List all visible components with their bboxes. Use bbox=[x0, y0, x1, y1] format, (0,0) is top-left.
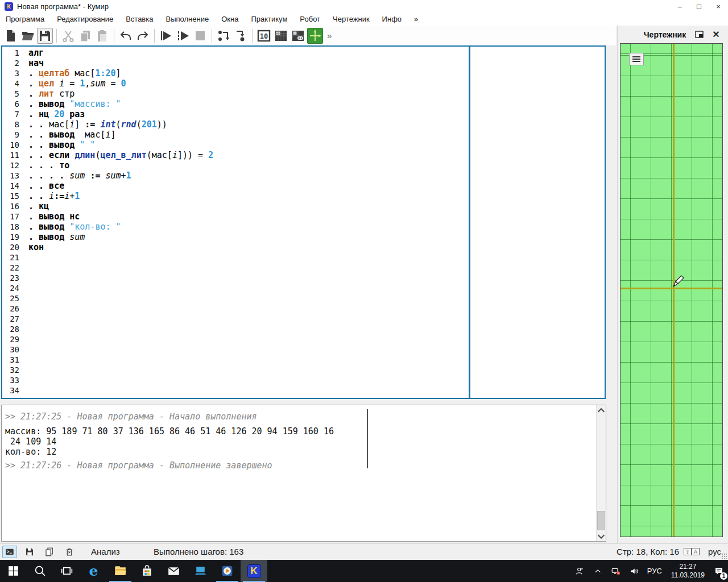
code-editor[interactable]: 1алг2нач3. целтаб мас[1:20]4. цел i = 1,… bbox=[1, 45, 606, 399]
laptop-icon[interactable] bbox=[187, 560, 214, 582]
toolbar-stop-button[interactable] bbox=[192, 28, 208, 44]
console-toggle-button[interactable] bbox=[2, 546, 17, 558]
toolbar-overflow-icon[interactable]: » bbox=[327, 31, 332, 40]
code-line: 25 bbox=[2, 293, 605, 304]
toolbar-values-window-button[interactable]: 10 bbox=[256, 28, 272, 44]
clear-output-button[interactable] bbox=[62, 546, 77, 558]
line-number: 19 bbox=[2, 232, 23, 242]
toolbar-run-step-button[interactable] bbox=[175, 28, 191, 44]
kumir-taskbar-icon[interactable]: K bbox=[241, 560, 267, 582]
toolbar-cut-button[interactable] bbox=[60, 28, 76, 44]
line-number: 20 bbox=[2, 242, 23, 252]
file-explorer-icon[interactable] bbox=[107, 560, 134, 582]
volume-icon[interactable] bbox=[625, 560, 643, 582]
menu-item-4[interactable]: Выполнение bbox=[166, 15, 209, 23]
scroll-thumb[interactable] bbox=[597, 511, 605, 530]
drawer-close-icon[interactable]: ✕ bbox=[711, 29, 721, 39]
toolbar-run-button[interactable] bbox=[158, 28, 174, 44]
toolbar-drawer-window-button[interactable] bbox=[307, 28, 323, 44]
code-line: 30 bbox=[2, 344, 605, 355]
tray-chevron-icon[interactable] bbox=[589, 560, 607, 582]
resize-grip[interactable] bbox=[721, 553, 727, 559]
menu-item-5[interactable]: Окна bbox=[221, 15, 238, 23]
menu-item-1[interactable]: Программа bbox=[6, 15, 44, 23]
keyboard-layout-icon[interactable]: ⇧A bbox=[684, 548, 700, 555]
code-line: 26 bbox=[2, 304, 605, 314]
code-line: 34 bbox=[2, 385, 605, 396]
code-line: 16. кц bbox=[2, 201, 605, 211]
dock-window-icon[interactable] bbox=[694, 29, 704, 39]
toolbar-new-file-button[interactable] bbox=[3, 28, 19, 44]
toolbar-step-over-button[interactable] bbox=[216, 28, 231, 44]
start-button[interactable] bbox=[0, 560, 27, 582]
line-number: 22 bbox=[2, 263, 23, 273]
menu-bar: ПрограммаРедактированиеВставкаВыполнение… bbox=[0, 13, 728, 26]
tray-clock[interactable]: 21:27 11.03.2019 bbox=[666, 563, 710, 580]
console-system-message: >> 21:27:26 - Новая программа - Выполнен… bbox=[5, 460, 592, 471]
drawer-title: Чертежник bbox=[634, 30, 696, 39]
window-title: Новая программа* - Кумир bbox=[17, 2, 109, 11]
menu-item-2[interactable]: Редактирование bbox=[57, 15, 113, 23]
notification-badge: 1 bbox=[720, 572, 727, 580]
toolbar-save-button[interactable] bbox=[37, 28, 53, 44]
menu-item-9[interactable]: Инфо bbox=[382, 15, 402, 23]
line-number: 33 bbox=[2, 375, 23, 385]
line-number: 29 bbox=[2, 334, 23, 344]
drawer-field bbox=[620, 43, 723, 537]
edge-icon[interactable]: e bbox=[80, 560, 107, 582]
line-number: 12 bbox=[2, 160, 23, 171]
tray-language-indicator[interactable]: РУС bbox=[643, 560, 666, 582]
menu-item-6[interactable]: Практикум bbox=[251, 15, 287, 23]
drawer-menu-button[interactable] bbox=[629, 53, 644, 65]
minimize-button[interactable]: – bbox=[670, 0, 689, 13]
code-line: 7. нц 20 раз bbox=[2, 109, 605, 119]
console-scrollbar[interactable] bbox=[596, 405, 606, 541]
task-view-button[interactable] bbox=[53, 560, 80, 582]
save-output-button[interactable] bbox=[22, 546, 37, 558]
scroll-up-icon[interactable] bbox=[597, 405, 606, 415]
line-number: 26 bbox=[2, 304, 23, 314]
console-system-message: >> 21:27:25 - Новая программа - Начало в… bbox=[5, 411, 592, 422]
menu-item-3[interactable]: Вставка bbox=[126, 15, 153, 23]
media-player-icon[interactable] bbox=[214, 560, 241, 582]
menu-item-8[interactable]: Чертежник bbox=[333, 15, 370, 23]
toolbar-undo-button[interactable] bbox=[118, 28, 134, 44]
toolbar-paste-button[interactable] bbox=[94, 28, 110, 44]
close-button[interactable]: × bbox=[709, 0, 728, 13]
toolbar-open-file-button[interactable] bbox=[20, 28, 36, 44]
code-line: 17. вывод нс bbox=[2, 211, 605, 222]
copy-output-button[interactable] bbox=[42, 546, 57, 558]
output-console[interactable]: >> 21:27:25 - Новая программа - Начало в… bbox=[1, 405, 606, 542]
menu-item-10[interactable]: » bbox=[414, 15, 418, 23]
steps-counter: Выполнено шагов: 163 bbox=[154, 547, 243, 556]
mail-icon[interactable] bbox=[160, 560, 187, 582]
line-number: 11 bbox=[2, 150, 23, 160]
code-line: 8. . мас[i] := int(rnd(201)) bbox=[2, 119, 605, 130]
action-center-icon[interactable]: 1 bbox=[710, 560, 728, 582]
code-line: 28 bbox=[2, 324, 605, 334]
code-line: 24 bbox=[2, 283, 605, 293]
toolbar-step-into-button[interactable] bbox=[233, 28, 249, 44]
store-icon[interactable] bbox=[134, 560, 160, 582]
line-number: 9 bbox=[2, 130, 23, 140]
code-line: 3. целтаб мас[1:20] bbox=[2, 68, 605, 78]
toolbar-copy-button[interactable] bbox=[77, 28, 93, 44]
network-icon[interactable] bbox=[607, 560, 625, 582]
line-number: 17 bbox=[2, 211, 23, 222]
maximize-button[interactable]: □ bbox=[689, 0, 709, 13]
code-line: 19. вывод sum bbox=[2, 232, 605, 242]
code-line: 27 bbox=[2, 314, 605, 324]
toolbar-robot-window-button[interactable] bbox=[290, 28, 306, 44]
editor-margin-divider bbox=[469, 47, 470, 398]
menu-item-7[interactable]: Робот bbox=[300, 15, 320, 23]
toolbar-redo-button[interactable] bbox=[135, 28, 151, 44]
tray-date: 11.03.2019 bbox=[671, 571, 705, 580]
people-icon[interactable] bbox=[570, 560, 589, 582]
scroll-down-icon[interactable] bbox=[597, 531, 606, 541]
search-button[interactable] bbox=[27, 560, 53, 582]
console-output-line: массив: 95 189 71 80 37 136 165 86 46 51… bbox=[5, 426, 592, 436]
code-line: 2нач bbox=[2, 58, 605, 68]
line-number: 13 bbox=[2, 171, 23, 181]
toolbar-separator bbox=[114, 29, 114, 43]
toolbar-windows-grid-button[interactable] bbox=[273, 28, 289, 44]
